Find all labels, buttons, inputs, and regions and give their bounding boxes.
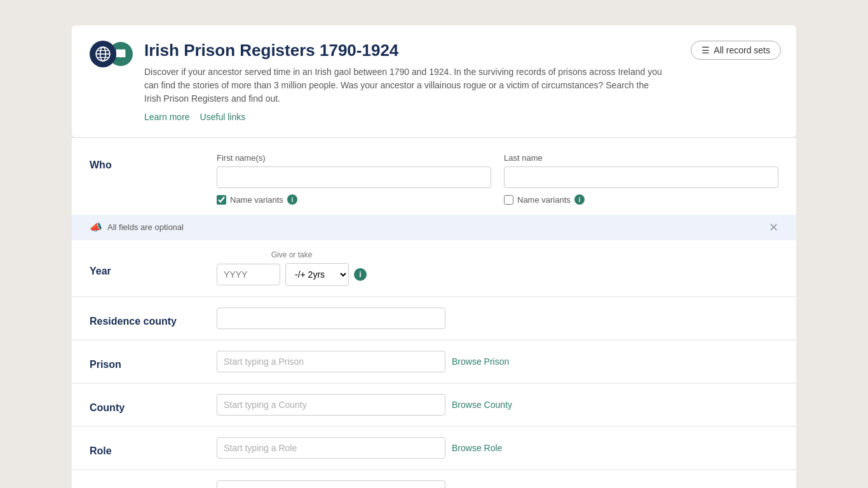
year-label: Year [90, 259, 204, 277]
role-label: Role [90, 439, 204, 457]
page-title: Irish Prison Registers 1790-1924 [144, 41, 778, 60]
search-card: Who First name(s) Name variants i Last n… [72, 137, 796, 488]
notice-text: All fields are optional [107, 222, 184, 232]
notice-bar: 📣 All fields are optional ✕ [72, 215, 796, 240]
first-name-variants-label: Name variants [230, 195, 283, 205]
year-input[interactable] [217, 264, 280, 285]
useful-links-link[interactable]: Useful links [200, 112, 246, 122]
residence-label: Residence county [90, 309, 204, 327]
last-name-variants-info-icon[interactable]: i [574, 194, 585, 205]
notice-left: 📣 All fields are optional [90, 221, 184, 233]
optional-keywords-input[interactable] [217, 480, 445, 488]
browse-prison-link[interactable]: Browse Prison [452, 356, 509, 367]
role-input[interactable] [217, 437, 445, 459]
year-section: Year Give or take -/+ 1yr -/+ 2yrs -/+ 5… [72, 240, 796, 296]
residence-section: Residence county [72, 297, 796, 339]
county-group: Browse County [217, 394, 778, 416]
role-group: Browse Role [217, 437, 778, 459]
browse-role-link[interactable]: Browse Role [452, 443, 502, 453]
last-name-input[interactable] [504, 166, 778, 188]
last-name-label: Last name [504, 153, 778, 163]
give-or-take-label: Give or take [217, 250, 367, 259]
megaphone-icon: 📣 [90, 221, 102, 233]
header-description: Discover if your ancestor served time in… [144, 65, 665, 105]
first-name-group: First name(s) Name variants i [217, 153, 491, 205]
optional-keywords-label: Optional keywords [90, 482, 204, 488]
optional-keywords-section: Optional keywords [72, 470, 796, 488]
last-name-variants: Name variants i [504, 194, 778, 205]
list-icon: ☰ [702, 45, 710, 55]
prison-label: Prison [90, 353, 204, 370]
browse-county-link[interactable]: Browse County [452, 400, 512, 410]
county-input[interactable] [217, 394, 445, 416]
role-section: Role Browse Role [72, 426, 796, 469]
first-name-variants-checkbox[interactable] [217, 195, 226, 205]
globe-icon [90, 41, 116, 67]
first-name-variants: Name variants i [217, 194, 491, 205]
first-name-label: First name(s) [217, 153, 491, 163]
county-label: County [90, 396, 204, 414]
header-icons [90, 41, 133, 67]
header-content: Irish Prison Registers 1790-1924 Discove… [144, 41, 778, 122]
name-fields: First name(s) Name variants i Last name … [217, 153, 778, 205]
residence-input[interactable] [217, 308, 445, 329]
year-give-take: -/+ 1yr -/+ 2yrs -/+ 5yrs -/+ 10yrs Exac… [217, 263, 367, 286]
prison-input[interactable] [217, 351, 445, 372]
who-label: Who [90, 153, 204, 171]
prison-group: Browse Prison [217, 351, 778, 372]
first-name-variants-info-icon[interactable]: i [287, 194, 297, 205]
main-container: Irish Prison Registers 1790-1924 Discove… [72, 25, 796, 488]
all-record-sets-button[interactable]: ☰ All record sets [691, 41, 781, 60]
prison-section: Prison Browse Prison [72, 340, 796, 383]
give-take-select[interactable]: -/+ 1yr -/+ 2yrs -/+ 5yrs -/+ 10yrs Exac… [285, 263, 349, 286]
last-name-group: Last name Name variants i [504, 153, 778, 205]
header-links: Learn more Useful links [144, 112, 778, 122]
last-name-variants-label: Name variants [517, 195, 571, 205]
learn-more-link[interactable]: Learn more [144, 112, 190, 122]
all-record-sets-label: All record sets [714, 45, 770, 55]
year-info-icon[interactable]: i [354, 268, 367, 281]
county-section: County Browse County [72, 383, 796, 426]
who-section: Who First name(s) Name variants i Last n… [72, 138, 796, 215]
header-card: Irish Prison Registers 1790-1924 Discove… [72, 25, 796, 137]
year-group: Give or take -/+ 1yr -/+ 2yrs -/+ 5yrs -… [217, 250, 367, 286]
last-name-variants-checkbox[interactable] [504, 195, 513, 205]
close-notice-button[interactable]: ✕ [769, 222, 778, 233]
first-name-input[interactable] [217, 166, 491, 188]
